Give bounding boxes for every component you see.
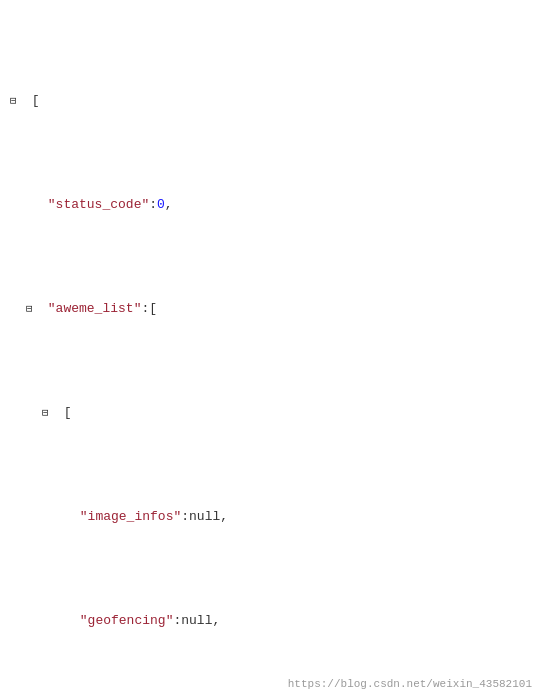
aweme-list-line: ⊟ "aweme_list":[: [10, 299, 532, 320]
image-infos-value: null: [189, 509, 220, 524]
colon: :: [181, 509, 189, 524]
aweme-list-bracket: [: [149, 301, 157, 316]
collapse-aweme-list[interactable]: ⊟: [26, 301, 40, 319]
collapse-root[interactable]: ⊟: [10, 93, 24, 111]
status-code-line: "status_code":0,: [10, 195, 532, 216]
geofencing-key: "geofencing": [80, 613, 174, 628]
comma: ,: [165, 197, 173, 212]
root-line: ⊟ [: [10, 91, 532, 112]
geofencing-value: null: [181, 613, 212, 628]
aweme-list-key: "aweme_list": [48, 301, 142, 316]
collapse-inner[interactable]: ⊟: [42, 405, 56, 423]
image-infos-key: "image_infos": [80, 509, 181, 524]
comma: ,: [220, 509, 228, 524]
inner-array-line: ⊟ [: [10, 403, 532, 424]
json-viewer: ⊟ [ "status_code":0, ⊟ "aweme_list":[ ⊟ …: [10, 8, 532, 700]
image-infos-line: "image_infos":null,: [10, 507, 532, 528]
status-code-key: "status_code": [48, 197, 149, 212]
inner-bracket: [: [64, 405, 72, 420]
colon: :: [149, 197, 157, 212]
status-code-value: 0: [157, 197, 165, 212]
watermark: https://blog.csdn.net/weixin_43582101: [288, 678, 532, 690]
geofencing-line: "geofencing":null,: [10, 611, 532, 632]
root-bracket: [: [32, 93, 40, 108]
comma: ,: [212, 613, 220, 628]
